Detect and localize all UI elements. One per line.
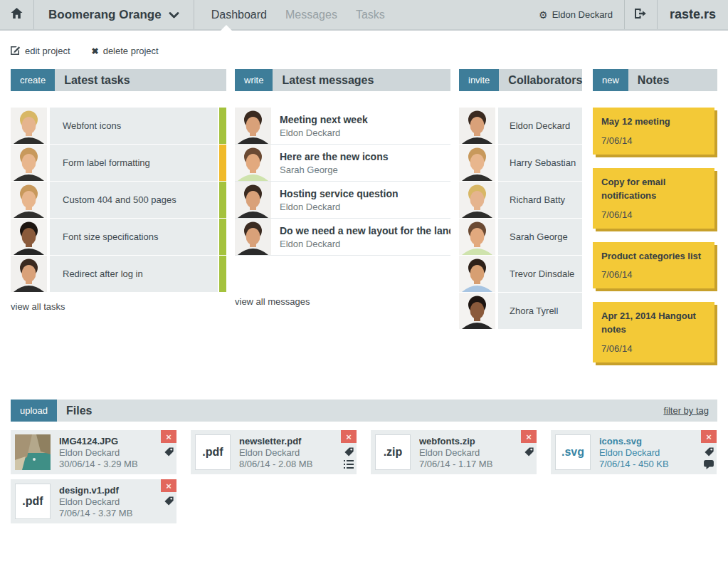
message-row[interactable]: Here are the new icons Sarah George	[235, 145, 450, 182]
task-row[interactable]: Webfont icons	[11, 108, 226, 144]
write-message-button[interactable]: write	[235, 69, 273, 91]
file-name: IMG4124.JPG	[59, 436, 138, 447]
file-card[interactable]: IMG4124.JPG Eldon Deckard 30/06/14 - 3.2…	[11, 430, 176, 474]
user-settings[interactable]: ⚙ Eldon Deckard	[527, 0, 624, 29]
file-card[interactable]: .pdf newsletter.pdf Eldon Deckard 8/06/1…	[191, 430, 357, 474]
upload-file-button[interactable]: upload	[11, 400, 57, 422]
tag-icon[interactable]	[164, 447, 174, 456]
message-row[interactable]: Hosting service question Eldon Deckard	[235, 182, 450, 219]
edit-project-button[interactable]: edit project	[11, 45, 70, 57]
task-status-bar	[219, 219, 226, 255]
message-text: Meeting next week Eldon Deckard	[280, 114, 368, 138]
task-row[interactable]: Custom 404 and 500 pages	[11, 182, 226, 218]
tag-icon[interactable]	[524, 447, 534, 456]
collaborator-row[interactable]: Harry Sebastian	[459, 145, 582, 181]
tag-icon	[705, 447, 714, 456]
tag-icon[interactable]	[164, 496, 174, 506]
file-info: icons.svg Eldon Deckard 7/06/14 - 450 KB	[599, 436, 687, 469]
file-info: design.v1.pdf Eldon Deckard 7/06/14 - 3.…	[59, 485, 151, 518]
file-card[interactable]: .zip webfonts.zip Eldon Deckard 7/06/14 …	[371, 430, 537, 474]
file-thumbnail: .pdf	[15, 484, 51, 519]
message-sender: Eldon Deckard	[280, 127, 368, 138]
collaborator-row[interactable]: Trevor Dinsdale	[459, 256, 582, 292]
tab-dashboard[interactable]: Dashboard	[211, 9, 267, 21]
file-thumbnail: .zip	[375, 434, 411, 470]
file-action-icons	[344, 447, 354, 469]
file-card[interactable]: .svg icons.svg Eldon Deckard 7/06/14 - 4…	[551, 430, 717, 474]
tag-icon[interactable]	[344, 447, 354, 456]
list-icon[interactable]	[344, 460, 354, 469]
avatar-sarah	[459, 219, 495, 255]
file-name: design.v1.pdf	[59, 485, 132, 496]
file-name: webfonts.zip	[419, 436, 492, 447]
view-all-messages-link[interactable]: view all messages	[235, 296, 310, 307]
file-meta: 8/06/14 - 2.08 MB	[239, 459, 312, 469]
file-info: webfonts.zip Eldon Deckard 7/06/14 - 1.1…	[419, 436, 511, 469]
collaborator-name: Sarah George	[498, 219, 582, 255]
collaborator-name: Zhora Tyrell	[498, 293, 582, 329]
file-name: newsletter.pdf	[239, 436, 312, 447]
avatar-eldon	[11, 256, 47, 292]
message-row[interactable]: Do we need a new layout for the land Eld…	[235, 219, 450, 256]
note-card[interactable]: May 12 meeting 7/06/14	[593, 108, 714, 155]
messages-title: Latest messages	[282, 69, 374, 91]
navbar-spacer	[402, 0, 527, 29]
view-all-tasks-link[interactable]: view all tasks	[11, 301, 65, 312]
task-row[interactable]: Redirect after log in	[11, 256, 226, 292]
file-info: newsletter.pdf Eldon Deckard 8/06/14 - 2…	[239, 436, 331, 469]
task-row[interactable]: Form label formatting	[11, 145, 226, 181]
file-thumbnail: .pdf	[195, 434, 231, 470]
collaborator-name: Eldon Deckard	[498, 108, 582, 144]
delete-file-button[interactable]: ×	[701, 430, 717, 443]
message-text: Here are the new icons Sarah George	[280, 151, 389, 175]
file-owner: Eldon Deckard	[599, 447, 669, 458]
collaborators-list: Eldon Deckard Harry Sebastian Richard Ba…	[459, 108, 582, 329]
tag-icon	[524, 447, 534, 456]
file-action-icons	[164, 447, 174, 456]
collaborator-row[interactable]: Eldon Deckard	[459, 108, 582, 144]
file-action-icons	[704, 447, 714, 469]
task-status-bar	[219, 256, 226, 292]
project-switcher[interactable]: Boomerang Orange	[34, 0, 194, 29]
tag-icon	[164, 496, 174, 506]
file-owner: Eldon Deckard	[239, 447, 312, 458]
note-card[interactable]: Apr 21, 2014 Hangout notes 7/06/14	[593, 302, 714, 362]
collaborator-row[interactable]: Richard Batty	[459, 182, 582, 218]
note-card[interactable]: Copy for email notifications 7/06/14	[593, 168, 714, 229]
tasks-header: create Latest tasks	[11, 69, 226, 91]
delete-project-label: delete project	[103, 46, 159, 56]
task-row[interactable]: Font size specifications	[11, 219, 226, 255]
delete-file-button[interactable]: ×	[341, 430, 357, 443]
create-task-button[interactable]: create	[11, 69, 55, 91]
collaborator-name: Richard Batty	[498, 182, 582, 218]
delete-project-button[interactable]: ✖ delete project	[92, 45, 159, 57]
logout-button[interactable]	[625, 0, 657, 29]
tab-messages[interactable]: Messages	[285, 9, 337, 21]
tab-tasks[interactable]: Tasks	[356, 9, 385, 21]
dashboard-columns: create Latest tasks Webfont icons Form l…	[0, 69, 728, 376]
collaborator-row[interactable]: Sarah George	[459, 219, 582, 255]
file-card[interactable]: .pdf design.v1.pdf Eldon Deckard 7/06/14…	[11, 479, 176, 523]
delete-file-button[interactable]: ×	[161, 430, 176, 443]
comment-icon[interactable]	[704, 460, 714, 469]
message-sender: Sarah George	[280, 165, 389, 175]
note-date: 7/06/14	[601, 209, 706, 220]
message-row[interactable]: Meeting next week Eldon Deckard	[235, 108, 450, 145]
file-action-icons	[524, 447, 534, 456]
project-name: Boomerang Orange	[48, 8, 162, 22]
tasks-list: Webfont icons Form label formatting Cust…	[11, 108, 226, 292]
invite-collaborator-button[interactable]: invite	[459, 69, 499, 91]
brand-logo[interactable]: raste.rs	[658, 0, 728, 29]
logout-icon	[635, 9, 646, 21]
filter-by-tag-link[interactable]: filter by tag	[663, 400, 717, 422]
message-sender: Eldon Deckard	[280, 202, 398, 212]
collaborator-row[interactable]: Zhora Tyrell	[459, 293, 582, 329]
tag-icon[interactable]	[705, 447, 714, 456]
new-note-button[interactable]: new	[593, 69, 628, 91]
note-card[interactable]: Product categories list 7/06/14	[593, 242, 714, 289]
avatar-zhora	[459, 293, 495, 329]
home-button[interactable]	[0, 0, 33, 29]
delete-file-button[interactable]: ×	[521, 430, 537, 443]
note-title: Product categories list	[601, 250, 706, 263]
delete-file-button[interactable]: ×	[161, 479, 176, 492]
